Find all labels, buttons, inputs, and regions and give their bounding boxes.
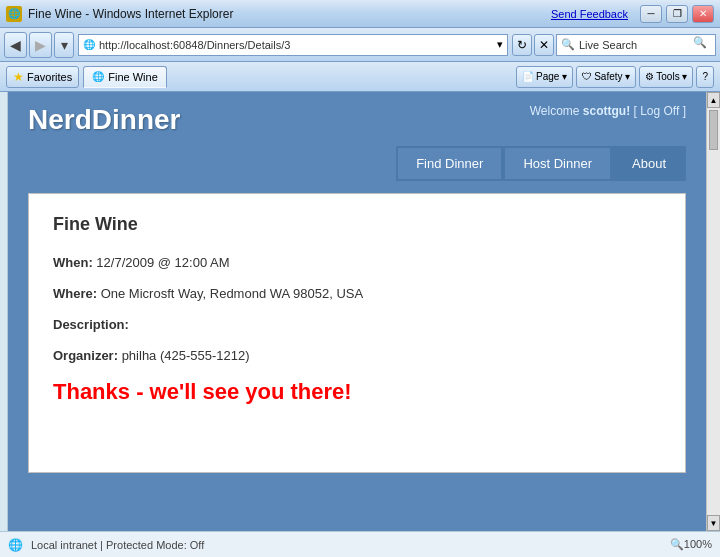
status-text: Local intranet | Protected Mode: Off [31,539,662,551]
refresh-button[interactable]: ↻ [512,34,532,56]
stop-icon: ✕ [539,38,549,52]
active-tab[interactable]: 🌐 Fine Wine [83,66,167,88]
restore-button[interactable]: ❐ [666,5,688,23]
status-icon: 🌐 [8,538,23,552]
when-label: When: [53,255,93,270]
browser-frame: NerdDinner Welcome scottgu! [ Log Off ] … [0,92,720,531]
description-row: Description: [53,317,661,332]
tools-icon: ⚙ [645,71,654,82]
address-dropdown-icon[interactable]: ▾ [497,38,503,51]
tab-bar: 🌐 Fine Wine [83,66,512,88]
left-margin [0,92,8,531]
title-bar: 🌐 Fine Wine - Windows Internet Explorer … [0,0,720,28]
page-icon: 📄 [522,71,534,82]
toolbar-bar: ★ Favorites 🌐 Fine Wine 📄 Page ▾ 🛡 Safet… [0,62,720,92]
forward-button[interactable]: ▶ [29,32,52,58]
browser-icon: 🌐 [6,6,22,22]
scroll-thumb[interactable] [709,110,718,150]
search-bar: 🔍 Live Search 🔍 [556,34,716,56]
send-feedback-link[interactable]: Send Feedback [551,8,628,20]
organizer-row: Organizer: philha (425-555-1212) [53,348,661,363]
back-button[interactable]: ◀ [4,32,27,58]
title-bar-left: 🌐 Fine Wine - Windows Internet Explorer [6,6,233,22]
host-dinner-button[interactable]: Host Dinner [503,146,612,181]
content-area: NerdDinner Welcome scottgu! [ Log Off ] … [8,92,706,531]
live-search-icon: 🔍 [561,38,575,51]
welcome-text: Welcome [530,104,580,118]
logoff-link[interactable]: [ Log Off ] [634,104,686,118]
safety-icon: 🛡 [582,71,592,82]
site-nav: Find Dinner Host Dinner About [8,146,706,193]
site-header: NerdDinner Welcome scottgu! [ Log Off ] [8,92,706,146]
page-button[interactable]: 📄 Page ▾ [516,66,573,88]
refresh-icon: ↻ [517,38,527,52]
rsvp-message: Thanks - we'll see you there! [53,379,661,405]
site-header-inner: NerdDinner Welcome scottgu! [ Log Off ] [28,104,686,136]
search-submit-button[interactable]: 🔍 [693,36,711,54]
minimize-button[interactable]: ─ [640,5,662,23]
scroll-track[interactable] [707,108,720,515]
scroll-up-button[interactable]: ▲ [707,92,720,108]
find-dinner-button[interactable]: Find Dinner [396,146,503,181]
organizer-value: philha (425-555-1212) [122,348,250,363]
safety-button[interactable]: 🛡 Safety ▾ [576,66,636,88]
site-title[interactable]: NerdDinner [28,104,180,136]
favorites-label: Favorites [27,71,72,83]
organizer-label: Organizer: [53,348,118,363]
status-bar: 🌐 Local intranet | Protected Mode: Off 🔍… [0,531,720,557]
nav-dropdown-button[interactable]: ▾ [54,32,74,58]
close-button[interactable]: ✕ [692,5,714,23]
address-bar: 🌐 http://localhost:60848/Dinners/Details… [78,34,508,56]
when-row: When: 12/7/2009 @ 12:00 AM [53,255,661,270]
help-button[interactable]: ? [696,66,714,88]
zoom-text[interactable]: 🔍100% [670,538,712,551]
tab-icon: 🌐 [92,71,104,82]
site-welcome: Welcome scottgu! [ Log Off ] [530,104,686,118]
right-scrollbar[interactable]: ▲ ▼ [706,92,720,531]
stop-button[interactable]: ✕ [534,34,554,56]
where-row: Where: One Microsft Way, Redmond WA 9805… [53,286,661,301]
dinner-title: Fine Wine [53,214,661,235]
favorites-button[interactable]: ★ Favorites [6,66,79,88]
nav-bar: ◀ ▶ ▾ 🌐 http://localhost:60848/Dinners/D… [0,28,720,62]
tools-button[interactable]: ⚙ Tools ▾ [639,66,693,88]
description-label: Description: [53,317,129,332]
title-bar-text: Fine Wine - Windows Internet Explorer [28,7,233,21]
tab-label: Fine Wine [108,71,158,83]
username: scottgu! [583,104,630,118]
where-label: Where: [53,286,97,301]
when-value: 12/7/2009 @ 12:00 AM [96,255,229,270]
star-icon: ★ [13,70,24,84]
content-box: Fine Wine When: 12/7/2009 @ 12:00 AM Whe… [28,193,686,473]
title-bar-controls: Send Feedback ─ ❐ ✕ [551,5,714,23]
address-text[interactable]: http://localhost:60848/Dinners/Details/3 [99,39,493,51]
about-button[interactable]: About [612,146,686,181]
toolbar-tools: 📄 Page ▾ 🛡 Safety ▾ ⚙ Tools ▾ ? [516,66,714,88]
address-lock-icon: 🌐 [83,39,95,50]
where-value: One Microsft Way, Redmond WA 98052, USA [101,286,364,301]
page-background: NerdDinner Welcome scottgu! [ Log Off ] … [8,92,706,531]
scroll-down-button[interactable]: ▼ [707,515,720,531]
live-search-text[interactable]: Live Search [579,39,689,51]
